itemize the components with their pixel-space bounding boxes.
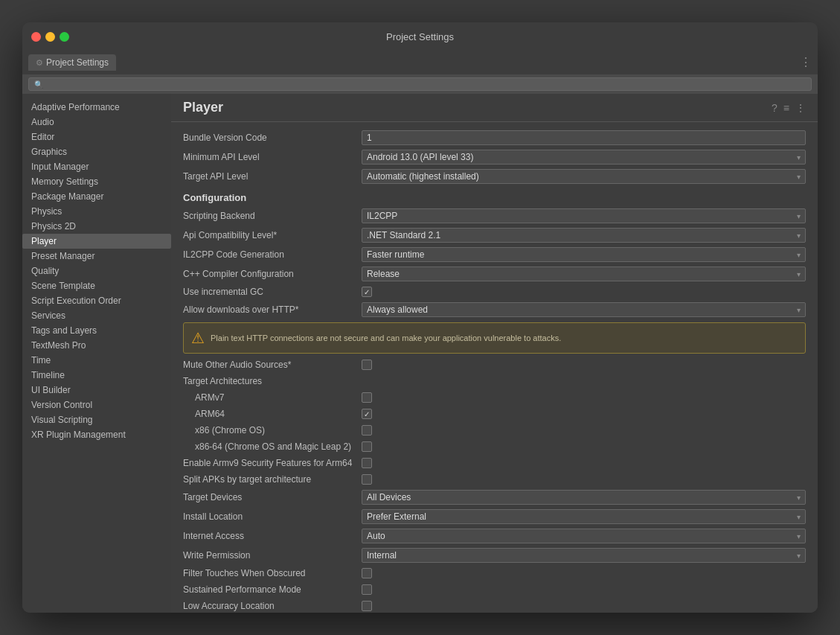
api-compat-selected: .NET Standard 2.1: [367, 230, 440, 240]
armv9-checkbox[interactable]: [362, 458, 372, 468]
content-scroll[interactable]: Bundle Version Code Minimum API Level An…: [171, 122, 818, 613]
il2cpp-codegen-row: IL2CPP Code Generation Faster runtime ▾: [183, 245, 806, 264]
sidebar-item-physics-2d[interactable]: Physics 2D: [22, 219, 171, 234]
api-compat-value: .NET Standard 2.1 ▾: [362, 228, 806, 243]
help-icon[interactable]: ?: [772, 102, 778, 114]
window-title: Project Settings: [386, 31, 454, 42]
use-incremental-gc-row: Use incremental GC: [183, 284, 806, 300]
minimize-button[interactable]: [45, 32, 55, 42]
search-input[interactable]: [28, 77, 812, 91]
x86-64-checkbox[interactable]: [362, 441, 372, 452]
sidebar-item-services[interactable]: Services: [22, 308, 171, 323]
x86-64-label: x86-64 (Chrome OS and Magic Leap 2): [183, 441, 362, 452]
sidebar-item-timeline[interactable]: Timeline: [22, 368, 171, 383]
scripting-backend-dropdown[interactable]: IL2CPP ▾: [362, 208, 806, 223]
cpp-compiler-value: Release ▾: [362, 267, 806, 281]
dropdown-arrow-icon: ▾: [797, 552, 801, 560]
maximize-button[interactable]: [60, 32, 69, 42]
scripting-backend-label: Scripting Backend: [183, 211, 362, 221]
close-button[interactable]: [31, 32, 41, 42]
min-api-level-value: Android 13.0 (API level 33) ▾: [362, 150, 806, 165]
x86-64-row: x86-64 (Chrome OS and Magic Leap 2): [183, 438, 806, 455]
write-permission-dropdown[interactable]: Internal ▾: [362, 548, 806, 563]
target-api-level-value: Automatic (highest installed) ▾: [362, 169, 806, 184]
install-location-label: Install Location: [183, 511, 362, 522]
sustained-perf-checkbox[interactable]: [362, 584, 372, 595]
sidebar-item-ui-builder[interactable]: UI Builder: [22, 383, 171, 398]
x86-value: [362, 425, 806, 435]
filter-touches-row: Filter Touches When Obscured: [183, 565, 806, 581]
use-incremental-gc-checkbox[interactable]: [362, 287, 372, 297]
sidebar-item-preset-manager[interactable]: Preset Manager: [22, 249, 171, 264]
write-permission-value: Internal ▾: [362, 548, 806, 563]
toolbar: ⚙ Project Settings ⋮: [22, 51, 818, 74]
cpp-compiler-dropdown[interactable]: Release ▾: [362, 267, 806, 281]
low-accuracy-checkbox[interactable]: [362, 601, 372, 611]
x86-64-value: [362, 441, 806, 452]
arm64-label: ARM64: [183, 409, 362, 419]
sidebar-item-version-control[interactable]: Version Control: [22, 398, 171, 412]
sidebar-item-graphics[interactable]: Graphics: [22, 144, 171, 159]
gear-icon: ⚙: [36, 58, 43, 68]
bundle-version-code-label: Bundle Version Code: [183, 133, 362, 143]
api-compat-row: Api Compatibility Level* .NET Standard 2…: [183, 226, 806, 245]
split-apks-label: Split APKs by target architecture: [183, 474, 362, 485]
internet-access-dropdown[interactable]: Auto ▾: [362, 529, 806, 543]
sidebar-item-physics[interactable]: Physics: [22, 204, 171, 219]
sidebar-item-package-manager[interactable]: Package Manager: [22, 189, 171, 204]
more-options-icon[interactable]: ⋮: [795, 102, 806, 114]
armv9-row: Enable Armv9 Security Features for Arm64: [183, 455, 806, 471]
install-location-value: Prefer External ▾: [362, 509, 806, 524]
warning-box: ⚠ Plain text HTTP connections are not se…: [183, 322, 806, 354]
page-title: Player: [183, 100, 772, 115]
sustained-perf-row: Sustained Performance Mode: [183, 581, 806, 598]
more-options-icon[interactable]: ⋮: [800, 57, 812, 68]
main-window: Project Settings ⚙ Project Settings ⋮ 🔍 …: [22, 22, 818, 613]
arm64-checkbox[interactable]: [362, 409, 372, 419]
sliders-icon[interactable]: ≡: [783, 102, 789, 114]
sidebar-item-editor[interactable]: Editor: [22, 130, 171, 144]
use-incremental-gc-value: [362, 287, 806, 297]
dropdown-arrow-icon: ▾: [797, 532, 801, 540]
warning-text: Plain text HTTP connections are not secu…: [211, 334, 561, 342]
target-devices-dropdown[interactable]: All Devices ▾: [362, 490, 806, 505]
sidebar-item-xr-plugin-management[interactable]: XR Plugin Management: [22, 427, 171, 442]
sidebar: Adaptive Performance Audio Editor Graphi…: [22, 94, 171, 613]
sidebar-item-player[interactable]: Player: [22, 234, 171, 249]
filter-touches-checkbox[interactable]: [362, 568, 372, 578]
api-compat-dropdown[interactable]: .NET Standard 2.1 ▾: [362, 228, 806, 243]
sidebar-item-textmesh-pro[interactable]: TextMesh Pro: [22, 338, 171, 353]
sidebar-item-audio[interactable]: Audio: [22, 115, 171, 130]
sidebar-item-time[interactable]: Time: [22, 353, 171, 368]
il2cpp-codegen-dropdown[interactable]: Faster runtime ▾: [362, 247, 806, 262]
min-api-dropdown[interactable]: Android 13.0 (API level 33) ▾: [362, 150, 806, 165]
target-api-level-label: Target API Level: [183, 171, 362, 182]
sidebar-item-memory-settings[interactable]: Memory Settings: [22, 174, 171, 189]
search-bar: 🔍: [22, 74, 818, 94]
filter-touches-value: [362, 568, 806, 578]
mute-audio-checkbox[interactable]: [362, 360, 372, 370]
sidebar-item-scene-template[interactable]: Scene Template: [22, 278, 171, 293]
internet-access-value: Auto ▾: [362, 529, 806, 543]
armv9-label: Enable Armv9 Security Features for Arm64: [183, 458, 362, 468]
target-api-dropdown[interactable]: Automatic (highest installed) ▾: [362, 169, 806, 184]
bundle-version-code-input[interactable]: [362, 130, 806, 145]
allow-downloads-dropdown[interactable]: Always allowed ▾: [362, 302, 806, 317]
sidebar-item-tags-and-layers[interactable]: Tags and Layers: [22, 323, 171, 338]
sidebar-item-script-execution-order[interactable]: Script Execution Order: [22, 293, 171, 308]
sidebar-item-visual-scripting[interactable]: Visual Scripting: [22, 412, 171, 427]
internet-access-row: Internet Access Auto ▾: [183, 526, 806, 546]
mute-audio-row: Mute Other Audio Sources*: [183, 357, 806, 373]
allow-downloads-row: Allow downloads over HTTP* Always allowe…: [183, 300, 806, 319]
x86-checkbox[interactable]: [362, 425, 372, 435]
split-apks-checkbox[interactable]: [362, 474, 372, 485]
sidebar-item-quality[interactable]: Quality: [22, 264, 171, 278]
armv7-checkbox[interactable]: [362, 392, 372, 403]
sidebar-item-adaptive-performance[interactable]: Adaptive Performance: [22, 100, 171, 115]
project-settings-tab[interactable]: ⚙ Project Settings: [28, 54, 116, 71]
scripting-backend-row: Scripting Backend IL2CPP ▾: [183, 206, 806, 226]
x86-row: x86 (Chrome OS): [183, 422, 806, 438]
sidebar-item-input-manager[interactable]: Input Manager: [22, 159, 171, 174]
install-location-dropdown[interactable]: Prefer External ▾: [362, 509, 806, 524]
il2cpp-codegen-value: Faster runtime ▾: [362, 247, 806, 262]
